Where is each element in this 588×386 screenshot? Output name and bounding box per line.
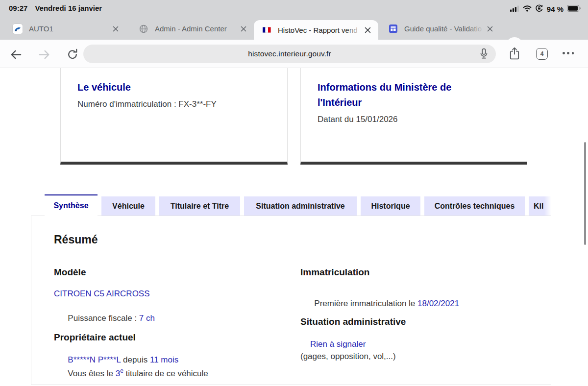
model-name: CITROEN C5 AIRCROSS: [54, 289, 150, 299]
close-tab-icon[interactable]: [362, 24, 373, 36]
browser-chrome-top: 09:27 Vendredi 16 janvier 94 %: [0, 0, 588, 40]
tab-strip: AUTO1 Admin - Admin Center: [0, 18, 588, 40]
nav-bar: histovec.interieur.gouv.fr 4: [0, 40, 588, 68]
url-bar[interactable]: histovec.interieur.gouv.fr: [83, 45, 496, 63]
holder-line: Vous êtes le 3e titulaire de ce véhicule: [54, 358, 208, 386]
card-title: Le véhicule: [77, 80, 270, 95]
french-flag-favicon-icon: [261, 27, 272, 33]
fiscal-power-value: 7 ch: [139, 314, 155, 323]
more-menu-icon[interactable]: [563, 52, 574, 54]
tab-label: Kil: [534, 202, 543, 211]
browser-tab-admin[interactable]: Admin - Admin Center: [134, 18, 249, 40]
battery-icon: [567, 5, 581, 14]
fiscal-power-line: Puissance fiscale : 7 ch: [54, 304, 155, 333]
close-tab-icon[interactable]: [484, 23, 496, 35]
battery-percent: 94 %: [547, 5, 564, 13]
close-tab-icon[interactable]: [110, 23, 122, 35]
tab-title: Admin - Admin Center: [155, 24, 238, 33]
tab-label: Contrôles techniques: [435, 202, 515, 211]
tab-historique[interactable]: Historique: [361, 196, 420, 216]
tab-label: Historique: [371, 202, 410, 211]
holder-prefix: Vous êtes le: [68, 369, 115, 378]
status-left: 09:27 Vendredi 16 janvier: [9, 4, 102, 12]
fiscal-power-label: Puissance fiscale :: [68, 314, 139, 323]
close-tab-icon[interactable]: [238, 23, 249, 35]
admin-status-note: (gages, opposition, vol,...): [300, 352, 396, 362]
browser-tab-auto1[interactable]: AUTO1: [8, 18, 122, 40]
holder-rank-suffix: e: [120, 367, 123, 374]
resume-heading: Résumé: [54, 233, 98, 246]
grid-favicon-icon: [387, 24, 399, 33]
share-icon[interactable]: [508, 47, 521, 60]
rotation-lock-icon: [535, 4, 543, 14]
admin-status-heading: Situation administrative: [300, 316, 406, 327]
card-body: Datant du 15/01/2026: [318, 115, 510, 124]
tab-count: 4: [540, 50, 544, 57]
tab-controles-techniques[interactable]: Contrôles techniques: [424, 196, 525, 216]
admin-status-value: Rien à signaler: [310, 339, 366, 349]
card-body: Numéro d'immatriculation : FX-3**-FY: [77, 99, 270, 109]
status-bar: 09:27 Vendredi 16 janvier 94 %: [0, 0, 588, 18]
page-content: Le véhicule Numéro d'immatriculation : F…: [0, 68, 588, 386]
card-title: Informations du Ministère de l'Intérieur: [318, 80, 467, 110]
tab-title: AUTO1: [29, 24, 110, 33]
ipad-screen: 09:27 Vendredi 16 janvier 94 %: [0, 0, 588, 386]
vehicle-card: Le véhicule Numéro d'immatriculation : F…: [60, 68, 288, 165]
registration-label: Première immatriculation le: [314, 299, 417, 308]
tab-label: Véhicule: [112, 202, 145, 211]
ministry-info-card: Informations du Ministère de l'Intérieur…: [300, 68, 527, 165]
reload-button[interactable]: [66, 48, 79, 61]
tab-title: Guide qualité - Validatio: [404, 24, 484, 33]
holder-rank: 3: [116, 369, 120, 378]
microphone-icon[interactable]: [479, 48, 489, 62]
tab-situation-administrative[interactable]: Situation administrative: [244, 196, 357, 216]
registration-line: Première immatriculation le 18/02/2021: [300, 289, 459, 318]
tab-label: Synthèse: [53, 201, 88, 210]
tab-kilometrage[interactable]: Kil: [529, 196, 551, 216]
status-time: 09:27: [9, 4, 27, 12]
tab-titulaire-et-titre[interactable]: Titulaire et Titre: [159, 196, 240, 216]
tab-label: Titulaire et Titre: [171, 202, 229, 211]
back-button[interactable]: [9, 48, 23, 61]
model-heading: Modèle: [54, 267, 86, 278]
vertical-scrollbar-thumb[interactable]: [584, 142, 586, 245]
tab-vehicule[interactable]: Véhicule: [101, 196, 155, 216]
status-right: 94 %: [510, 4, 581, 14]
wifi-icon: [523, 5, 532, 14]
cellular-signal-icon: [510, 5, 519, 14]
owner-heading: Propriétaire actuel: [54, 332, 136, 343]
auto1-favicon-icon: [12, 24, 24, 34]
browser-tab-guide[interactable]: Guide qualité - Validatio: [383, 18, 496, 40]
forward-button[interactable]: [37, 48, 51, 61]
tab-clip-fade: [544, 196, 551, 216]
tab-synthese[interactable]: Synthèse: [45, 194, 98, 216]
browser-tab-histovec-active[interactable]: HistoVec - Rapport vend: [254, 20, 378, 40]
tab-overview-button[interactable]: 4: [536, 48, 548, 60]
tab-label: Situation administrative: [256, 202, 344, 211]
registration-heading: Immatriculation: [300, 267, 369, 278]
globe-favicon-icon: [138, 24, 149, 33]
holder-suffix: titulaire de ce véhicule: [123, 369, 208, 378]
registration-date: 18/02/2021: [417, 299, 459, 308]
tab-title: HistoVec - Rapport vend: [278, 26, 362, 34]
status-date: Vendredi 16 janvier: [35, 4, 102, 12]
url-text: histovec.interieur.gouv.fr: [248, 49, 331, 58]
